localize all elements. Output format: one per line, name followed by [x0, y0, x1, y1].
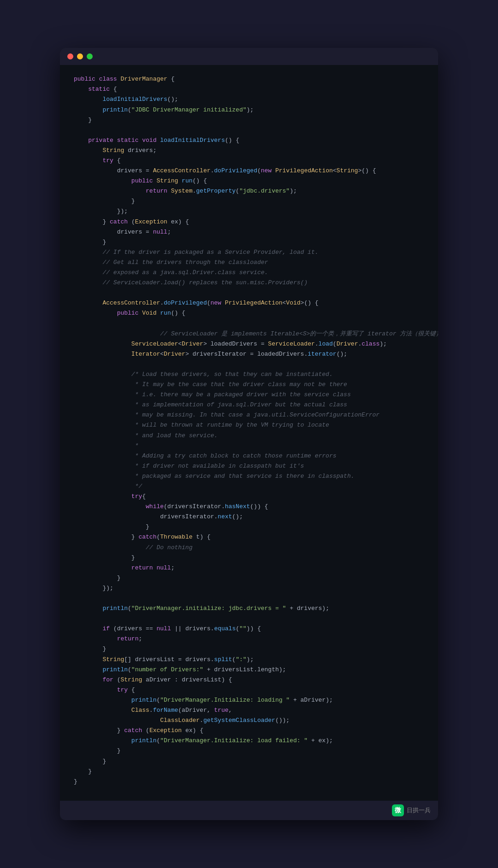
watermark-label: 日拱一兵 [407, 806, 431, 815]
maximize-dot[interactable] [87, 53, 93, 59]
watermark-bar: 微 日拱一兵 [60, 801, 438, 820]
wechat-logo: 微 [392, 804, 404, 816]
close-dot[interactable] [67, 53, 73, 59]
titlebar [60, 48, 438, 65]
watermark-icon: 微 日拱一兵 [392, 804, 431, 816]
code-block: public class DriverManager { static { lo… [60, 65, 438, 801]
code-window: public class DriverManager { static { lo… [60, 48, 438, 820]
minimize-dot[interactable] [77, 53, 83, 59]
